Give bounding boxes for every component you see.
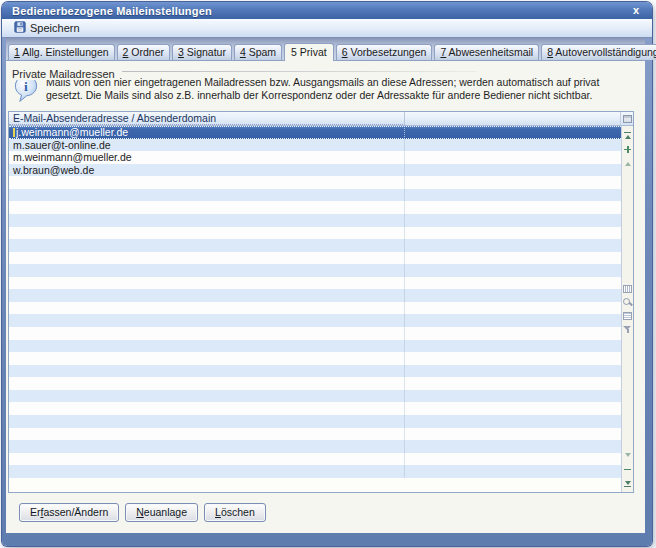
cell-empty xyxy=(405,302,621,315)
cell-empty xyxy=(405,264,621,277)
side-toolbar-group-top xyxy=(623,128,632,170)
close-button[interactable]: x xyxy=(633,3,639,18)
neuanlage-button[interactable]: Neuanlage xyxy=(125,503,198,522)
cell-empty xyxy=(405,377,621,390)
svg-text:i: i xyxy=(24,79,28,94)
tab-vorbesetzungen[interactable]: 6 Vorbesetzungen xyxy=(336,44,433,60)
table-row-empty[interactable] xyxy=(9,453,621,466)
table-main: j.weinmann@mueller.dem.sauer@t-online.de… xyxy=(9,126,633,492)
table-row-empty[interactable] xyxy=(9,277,621,290)
list-icon[interactable] xyxy=(623,312,632,320)
cell-empty xyxy=(405,453,621,466)
table-row-empty[interactable] xyxy=(9,214,621,227)
table-row-empty[interactable] xyxy=(9,302,621,315)
table-row-empty[interactable] xyxy=(9,377,621,390)
erfassen-aendern-button[interactable]: Erfassen/Ändern xyxy=(19,503,119,522)
table-row-empty[interactable] xyxy=(9,340,621,353)
cell-email xyxy=(9,402,405,415)
table-row-empty[interactable] xyxy=(9,415,621,428)
floppy-disk-icon xyxy=(14,21,26,35)
cell-email xyxy=(9,289,405,302)
cell-email xyxy=(9,365,405,378)
title-bar[interactable]: Bedienerbezogene Maileinstellungen x xyxy=(2,2,652,19)
tab-allg-einstellungen[interactable]: 1 Allg. Einstellungen xyxy=(8,44,115,60)
cell-empty xyxy=(405,465,621,478)
table-corner[interactable] xyxy=(620,112,633,125)
table-row[interactable]: w.braun@web.de xyxy=(9,164,621,177)
table-row-empty[interactable] xyxy=(9,327,621,340)
cell-empty xyxy=(405,440,621,453)
scroll-down-icon[interactable] xyxy=(623,451,632,460)
cell-empty xyxy=(405,214,621,227)
table-row-empty[interactable] xyxy=(9,227,621,240)
window-title: Bedienerbezogene Maileinstellungen xyxy=(12,5,212,17)
table-row-empty[interactable] xyxy=(9,189,621,202)
column-header-empty[interactable] xyxy=(405,112,620,125)
scroll-top-icon[interactable] xyxy=(623,131,632,140)
cell-empty xyxy=(405,402,621,415)
cell-email xyxy=(9,201,405,214)
cell-email xyxy=(9,314,405,327)
cell-email xyxy=(9,428,405,441)
table-side-toolbar xyxy=(621,126,633,492)
table-row[interactable]: j.weinmann@mueller.de xyxy=(9,126,621,139)
table-row-empty[interactable] xyxy=(9,201,621,214)
save-button-label: Speichern xyxy=(30,22,80,34)
cell-empty xyxy=(405,176,621,189)
tab-privat[interactable]: 5 Privat xyxy=(284,43,334,61)
table-row-empty[interactable] xyxy=(9,365,621,378)
table-row[interactable]: m.weinmann@mueller.de xyxy=(9,151,621,164)
save-button[interactable]: Speichern xyxy=(8,19,86,37)
table-row-empty[interactable] xyxy=(9,440,621,453)
table-row-empty[interactable] xyxy=(9,239,621,252)
cell-empty xyxy=(405,227,621,240)
tab-signatur[interactable]: 3 Signatur xyxy=(172,44,232,60)
cell-email xyxy=(9,390,405,403)
side-toolbar-group-mid xyxy=(623,282,632,336)
table-row-empty[interactable] xyxy=(9,352,621,365)
scroll-up-icon[interactable] xyxy=(623,159,632,168)
dialog-body: 1 Allg. Einstellungen2 Ordner3 Signatur4… xyxy=(6,38,645,533)
table-row[interactable]: m.sauer@t-online.de xyxy=(9,139,621,152)
cell-email xyxy=(9,277,405,290)
delete-row-icon[interactable] xyxy=(623,465,632,474)
loeschen-button[interactable]: Löschen xyxy=(204,503,266,522)
table-row-empty[interactable] xyxy=(9,428,621,441)
cell-empty xyxy=(405,428,621,441)
cell-empty xyxy=(405,139,621,152)
tab-autovervollstaendigung[interactable]: 8 Autovervollständigung xyxy=(541,44,656,60)
search-icon[interactable] xyxy=(623,298,632,307)
tab-spam[interactable]: 4 Spam xyxy=(234,44,282,60)
cell-email xyxy=(9,302,405,315)
action-button-row: Erfassen/ÄndernNeuanlageLöschen xyxy=(19,503,266,522)
table-row-empty[interactable] xyxy=(9,465,621,478)
scroll-bottom-icon[interactable] xyxy=(623,479,632,488)
cell-email xyxy=(9,352,405,365)
tab-ordner[interactable]: 2 Ordner xyxy=(117,44,170,60)
info-text: Mails von den hier eingetragenen Mailadr… xyxy=(46,73,599,102)
filter-icon[interactable] xyxy=(623,325,632,334)
table-row-empty[interactable] xyxy=(9,176,621,189)
tab-abwesenheitsmail[interactable]: 7 Abwesenheitsmail xyxy=(434,44,539,60)
cell-empty xyxy=(405,415,621,428)
table-row-empty[interactable] xyxy=(9,252,621,265)
cell-empty xyxy=(405,239,621,252)
insert-row-icon[interactable] xyxy=(623,145,632,154)
table-row-empty[interactable] xyxy=(9,402,621,415)
table-header-row: E-Mail-Absenderadresse / Absenderdomain xyxy=(9,112,633,126)
cell-empty xyxy=(405,126,621,139)
cell-empty xyxy=(405,352,621,365)
table-row-empty[interactable] xyxy=(9,264,621,277)
info-text-line1: Mails von den hier eingetragenen Mailadr… xyxy=(46,76,599,89)
table-row-empty[interactable] xyxy=(9,314,621,327)
cell-email: w.braun@web.de xyxy=(9,164,405,177)
cell-email xyxy=(9,340,405,353)
cell-email xyxy=(9,440,405,453)
cell-empty xyxy=(405,365,621,378)
cell-email: m.weinmann@mueller.de xyxy=(9,151,405,164)
table-row-empty[interactable] xyxy=(9,289,621,302)
columns-icon[interactable] xyxy=(623,285,632,293)
column-header-email[interactable]: E-Mail-Absenderadresse / Absenderdomain xyxy=(9,112,405,125)
cell-email xyxy=(9,227,405,240)
table-row-empty[interactable] xyxy=(9,390,621,403)
